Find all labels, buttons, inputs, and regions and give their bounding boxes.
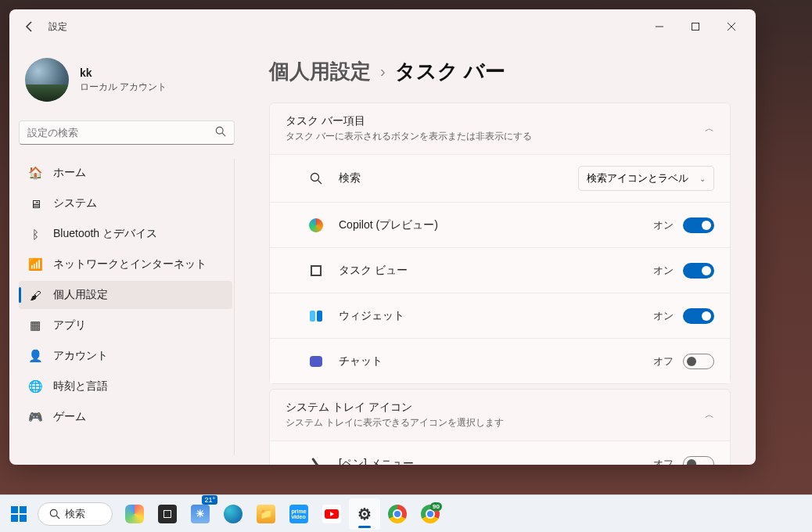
nav-label: 時刻と言語 bbox=[53, 379, 108, 394]
maximize-icon bbox=[692, 23, 699, 31]
nav-icon: 🌐 bbox=[28, 379, 42, 394]
sidebar-item-3[interactable]: 📶ネットワークとインターネット bbox=[19, 250, 232, 279]
taskbar-app-chrome[interactable] bbox=[382, 498, 413, 530]
chevron-up-icon: ︿ bbox=[705, 122, 714, 135]
setting-row: [ペン] メニュー オフ bbox=[270, 440, 730, 465]
svg-rect-8 bbox=[11, 515, 18, 522]
taskbar-app-settings[interactable]: ⚙ bbox=[349, 498, 380, 530]
svg-rect-6 bbox=[11, 506, 18, 513]
svg-line-11 bbox=[56, 516, 59, 519]
chevron-up-icon: ︿ bbox=[705, 408, 714, 422]
setting-label: チャット bbox=[339, 354, 653, 368]
back-button[interactable] bbox=[16, 13, 44, 41]
nav-label: 個人用設定 bbox=[53, 288, 108, 302]
nav-label: アプリ bbox=[53, 318, 86, 332]
toggle-pen[interactable] bbox=[683, 456, 714, 466]
toggle-copilot[interactable] bbox=[683, 217, 714, 233]
nav-icon: 🏠 bbox=[28, 166, 42, 180]
search-icon bbox=[215, 126, 226, 139]
sidebar-item-7[interactable]: 🌐時刻と言語 bbox=[19, 372, 232, 401]
nav-icon: 📶 bbox=[28, 257, 42, 271]
pen-icon bbox=[307, 455, 325, 466]
widget-icon bbox=[307, 307, 325, 325]
setting-label: ウィジェット bbox=[339, 309, 653, 323]
start-button[interactable] bbox=[6, 501, 31, 527]
profile-sub: ローカル アカウント bbox=[80, 81, 167, 94]
taskbar-app-taskview[interactable] bbox=[152, 498, 183, 530]
window-title: 設定 bbox=[49, 20, 67, 34]
settings-window: 設定 kk ローカル アカウント bbox=[9, 9, 756, 465]
minimize-icon bbox=[656, 23, 663, 31]
close-icon bbox=[728, 23, 735, 31]
main-content: 個人用設定 › タスク バー タスク バー項目 タスク バーに表示されるボタンを… bbox=[244, 44, 756, 465]
sidebar-item-4[interactable]: 🖌個人用設定 bbox=[19, 281, 232, 309]
sidebar-item-0[interactable]: 🏠ホーム bbox=[19, 159, 232, 187]
toggle-taskview[interactable] bbox=[683, 263, 714, 279]
setting-row: チャット オフ bbox=[270, 338, 730, 383]
nav-icon: 🖌 bbox=[28, 288, 42, 302]
maximize-button[interactable] bbox=[677, 14, 713, 39]
sidebar-item-6[interactable]: 👤アカウント bbox=[19, 342, 232, 370]
toggle-status: オン bbox=[653, 309, 674, 323]
svg-line-3 bbox=[222, 133, 225, 136]
breadcrumb: 個人用設定 › タスク バー bbox=[269, 58, 731, 85]
setting-label: タスク ビュー bbox=[339, 264, 653, 278]
taskbar-search[interactable]: 検索 bbox=[38, 502, 113, 526]
dropdown-value: 検索アイコンとラベル bbox=[587, 171, 688, 185]
nav-label: Bluetooth とデバイス bbox=[53, 227, 157, 241]
taskbar-app-primevideo[interactable]: primevideo bbox=[283, 498, 314, 530]
taskbar-app-youtube[interactable] bbox=[316, 498, 347, 530]
toggle-status: オフ bbox=[653, 354, 674, 368]
setting-row: 検索 検索アイコンとラベル⌄ bbox=[270, 154, 730, 202]
setting-row: ウィジェット オン bbox=[270, 293, 730, 338]
profile-block[interactable]: kk ローカル アカウント bbox=[19, 44, 235, 120]
nav-label: ネットワークとインターネット bbox=[53, 257, 207, 271]
arrow-left-icon bbox=[23, 20, 36, 33]
nav-label: アカウント bbox=[53, 349, 108, 363]
taskbar-app-edge[interactable] bbox=[217, 498, 249, 530]
close-button[interactable] bbox=[713, 14, 749, 39]
search-input[interactable] bbox=[27, 127, 215, 138]
section-header[interactable]: タスク バー項目 タスク バーに表示されるボタンを表示または非表示にする ︿ bbox=[270, 103, 730, 154]
setting-label: [ペン] メニュー bbox=[339, 457, 653, 466]
svg-point-10 bbox=[50, 509, 57, 516]
svg-point-4 bbox=[311, 174, 319, 182]
nav-label: ゲーム bbox=[53, 410, 86, 424]
toggle-chat[interactable] bbox=[683, 354, 714, 369]
section-sub: タスク バーに表示されるボタンを表示または非表示にする bbox=[286, 130, 705, 143]
nav-icon: 🖥 bbox=[28, 196, 42, 210]
dropdown-search-display[interactable]: 検索アイコンとラベル⌄ bbox=[578, 166, 714, 191]
sidebar-item-5[interactable]: ▦アプリ bbox=[19, 311, 232, 340]
taskbar-app-copilot[interactable] bbox=[119, 498, 150, 530]
toggle-status: オン bbox=[653, 218, 674, 232]
windows-icon bbox=[11, 506, 27, 522]
toggle-widget[interactable] bbox=[683, 308, 714, 324]
taskbar: 検索 ☀21°📁primevideo⚙90 bbox=[0, 494, 812, 532]
taskbar-app-weather[interactable]: ☀21° bbox=[185, 498, 216, 530]
nav-icon: ᛒ bbox=[28, 227, 42, 241]
profile-name: kk bbox=[80, 66, 167, 79]
sidebar: kk ローカル アカウント 🏠ホーム🖥システムᛒBluetooth とデバイス📶… bbox=[9, 44, 244, 465]
sidebar-item-1[interactable]: 🖥システム bbox=[19, 189, 232, 217]
sidebar-item-2[interactable]: ᛒBluetooth とデバイス bbox=[19, 220, 232, 248]
titlebar: 設定 bbox=[9, 9, 756, 44]
avatar bbox=[25, 58, 69, 102]
taskbar-app-chrome2[interactable]: 90 bbox=[415, 498, 446, 530]
sidebar-item-8[interactable]: 🎮ゲーム bbox=[19, 403, 232, 431]
settings-search[interactable] bbox=[19, 120, 235, 145]
breadcrumb-parent[interactable]: 個人用設定 bbox=[269, 58, 371, 85]
copilot-icon bbox=[307, 217, 325, 234]
section-header[interactable]: システム トレイ アイコン システム トレイに表示できるアイコンを選択します ︿ bbox=[270, 390, 730, 440]
taskview-icon bbox=[307, 262, 325, 279]
taskbar-app-explorer[interactable]: 📁 bbox=[250, 498, 282, 530]
minimize-button[interactable] bbox=[641, 14, 677, 39]
chevron-down-icon: ⌄ bbox=[699, 174, 706, 183]
setting-row: タスク ビュー オン bbox=[270, 247, 730, 293]
chevron-right-icon: › bbox=[380, 63, 386, 81]
section-title: タスク バー項目 bbox=[286, 114, 705, 128]
svg-point-2 bbox=[216, 127, 223, 134]
chat-icon bbox=[307, 353, 325, 370]
svg-line-5 bbox=[318, 181, 322, 185]
breadcrumb-current: タスク バー bbox=[395, 58, 505, 85]
nav-icon: ▦ bbox=[28, 318, 42, 332]
